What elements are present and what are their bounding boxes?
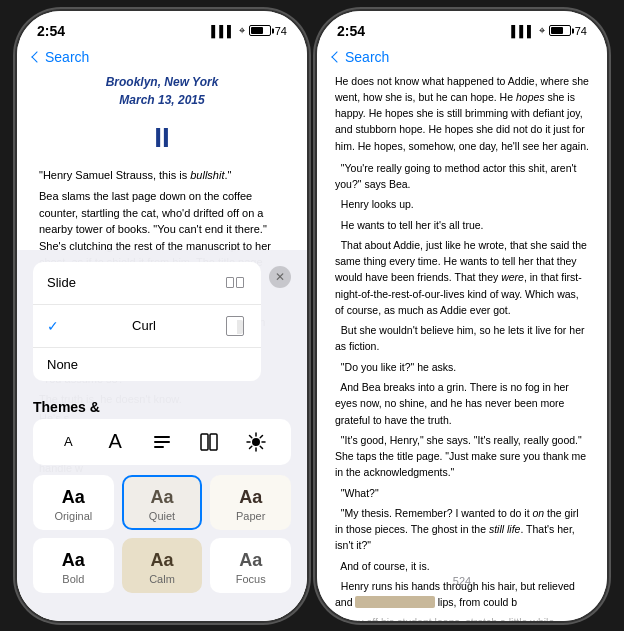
right-para-14: to pay off his student loans, stretch a … [335,614,589,620]
right-para-5: That about Addie, just like he wrote, th… [335,237,589,318]
theme-focus-text: Aa [239,550,262,571]
right-back-label: Search [345,49,389,65]
toolbar-row: A A [33,419,291,465]
right-book-content: He does not know what happened to Addie,… [317,73,607,621]
battery-icon [249,25,271,36]
right-para-8: And Bea breaks into a grin. There is no … [335,379,589,428]
slide-icon [223,271,247,295]
right-para-10: "What?" [335,485,589,501]
right-para-6: But she wouldn't believe him, so he lets… [335,322,589,355]
svg-rect-2 [154,446,164,448]
close-container: ✕ [269,262,291,391]
close-button[interactable]: ✕ [269,266,291,288]
right-para-4: He wants to tell her it's all true. [335,217,589,233]
svg-point-5 [252,438,260,446]
curl-label: Curl [132,318,156,333]
book-para-1: "Henry Samuel Strauss, this is bullshit.… [39,167,285,184]
theme-focus-label: Focus [236,573,266,585]
left-status-bar: 2:54 ▌▌▌ ⌖ 74 [17,11,307,47]
check-mark: ✓ [47,318,59,334]
page-layout-button[interactable] [194,427,224,457]
theme-calm-text: Aa [150,550,173,571]
font-increase-button[interactable]: A [100,427,130,457]
svg-rect-4 [210,434,217,450]
theme-bold[interactable]: Aa Bold [33,538,114,593]
left-phone: 2:54 ▌▌▌ ⌖ 74 Search [17,11,307,621]
right-phone: 2:54 ▌▌▌ ⌖ 74 Search He does [317,11,607,621]
theme-original[interactable]: Aa Original [33,475,114,530]
panel-title: Themes & [33,399,100,415]
back-label: Search [45,49,89,65]
svg-line-12 [260,435,262,437]
right-phone-screen: 2:54 ▌▌▌ ⌖ 74 Search He does [317,11,607,621]
right-para-7: "Do you like it?" he asks. [335,359,589,375]
right-nav-bar: Search [317,47,607,73]
right-chevron-left-icon [331,51,342,62]
page-number: 524 [317,571,607,591]
right-battery-icon [549,25,571,36]
theme-original-label: Original [54,510,92,522]
svg-rect-1 [154,441,170,443]
right-para-1: He does not know what happened to Addie,… [335,73,589,154]
svg-line-13 [249,446,251,448]
slide-label: Slide [47,275,76,290]
svg-line-11 [260,446,262,448]
phones-container: 2:54 ▌▌▌ ⌖ 74 Search [17,11,607,621]
left-back-button[interactable]: Search [33,49,89,65]
right-para-11: "My thesis. Remember? I wanted to do it … [335,505,589,554]
format-button[interactable] [147,427,177,457]
curl-icon [223,314,247,338]
left-phone-screen: 2:54 ▌▌▌ ⌖ 74 Search [17,11,307,621]
bottom-panel: Slide ✓ Curl [17,250,307,621]
signal-icon: ▌▌▌ [211,25,234,37]
right-back-button[interactable]: Search [333,49,389,65]
theme-paper-label: Paper [236,510,265,522]
curl-option[interactable]: ✓ Curl [33,305,261,348]
theme-quiet[interactable]: Aa Quiet [122,475,203,530]
right-status-time: 2:54 [337,23,365,39]
theme-quiet-text: Aa [150,487,173,508]
scroll-options-list: Slide ✓ Curl [33,262,261,381]
left-status-icons: ▌▌▌ ⌖ 74 [211,24,287,37]
svg-line-10 [249,435,251,437]
theme-bold-text: Aa [62,550,85,571]
panel-header: Themes & [33,399,291,415]
theme-grid: Aa Original Aa Quiet Aa Paper Aa Bold [33,475,291,593]
right-signal-icon: ▌▌▌ [511,25,534,37]
right-status-icons: ▌▌▌ ⌖ 74 [511,24,587,37]
scroll-section: Slide ✓ Curl [33,262,291,391]
book-location: Brooklyn, New York March 13, 2015 [39,73,285,109]
theme-focus[interactable]: Aa Focus [210,538,291,593]
battery-level: 74 [275,25,287,37]
wifi-icon: ⌖ [239,24,245,37]
left-status-time: 2:54 [37,23,65,39]
chevron-left-icon [31,51,42,62]
right-wifi-icon: ⌖ [539,24,545,37]
none-option[interactable]: None [33,348,261,381]
svg-rect-3 [201,434,208,450]
font-decrease-button[interactable]: A [53,427,83,457]
theme-original-text: Aa [62,487,85,508]
none-label: None [47,357,78,372]
theme-bold-label: Bold [62,573,84,585]
svg-rect-0 [154,436,170,438]
theme-calm-label: Calm [149,573,175,585]
right-para-2: "You're really going to method actor thi… [335,160,589,193]
right-para-3: Henry looks up. [335,196,589,212]
left-nav-bar: Search [17,47,307,73]
right-battery-level: 74 [575,25,587,37]
theme-paper-text: Aa [239,487,262,508]
theme-quiet-label: Quiet [149,510,175,522]
right-para-9: "It's good, Henry," she says. "It's real… [335,432,589,481]
right-status-bar: 2:54 ▌▌▌ ⌖ 74 [317,11,607,47]
theme-calm[interactable]: Aa Calm [122,538,203,593]
slide-option[interactable]: Slide [33,262,261,305]
theme-paper[interactable]: Aa Paper [210,475,291,530]
brightness-button[interactable] [241,427,271,457]
chapter-number: II [39,117,285,159]
location-header: Brooklyn, New York March 13, 2015 [39,73,285,109]
